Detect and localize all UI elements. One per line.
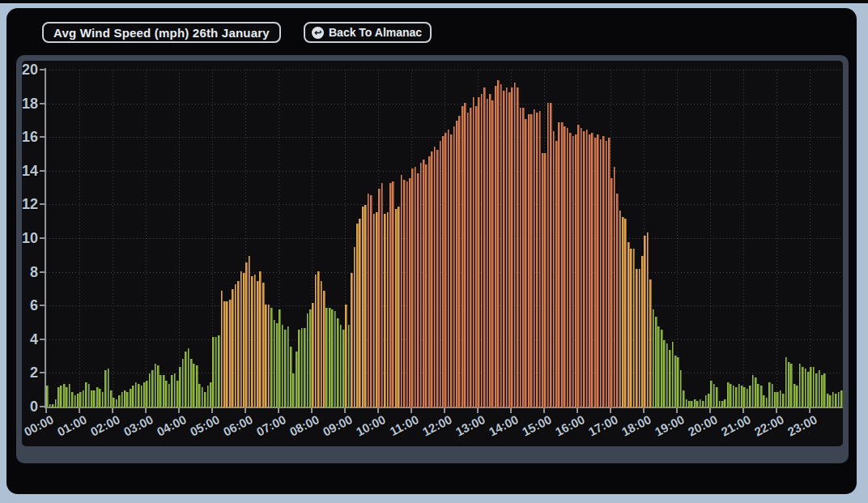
wind-speed-bar	[636, 269, 638, 407]
wind-speed-bar	[442, 136, 445, 407]
wind-speed-bar	[805, 369, 807, 407]
wind-speed-bar	[738, 384, 741, 407]
wind-speed-bar	[790, 364, 793, 407]
wind-speed-bar	[334, 311, 337, 407]
wind-speed-bar	[741, 386, 743, 407]
wind-speed-bar	[760, 386, 763, 407]
wind-speed-bar	[171, 375, 173, 407]
x-axis-label: 05:00	[181, 412, 221, 442]
wind-speed-bar	[467, 113, 470, 407]
wind-speed-bar	[694, 399, 696, 407]
wind-speed-bar	[185, 352, 187, 407]
wind-speed-bar	[321, 281, 323, 407]
wind-speed-bar	[606, 141, 608, 407]
wind-speed-bar	[440, 141, 442, 407]
wind-speed-bar	[235, 284, 237, 407]
gridline-vertical	[743, 70, 744, 407]
wind-speed-bar	[608, 138, 611, 407]
wind-speed-bar	[406, 181, 409, 407]
x-axis-label: 22:00	[745, 412, 785, 442]
wind-speed-bar	[46, 386, 49, 407]
wind-speed-bar	[52, 404, 54, 407]
x-axis-label: 08:00	[280, 412, 321, 442]
wind-speed-bar	[577, 125, 580, 407]
wind-speed-bar	[420, 163, 423, 407]
wind-speed-bar	[674, 356, 677, 407]
wind-speed-bar	[683, 390, 685, 407]
chart-panel: 0246810121416182000:0001:0002:0003:0004:…	[16, 55, 849, 463]
wind-speed-bar	[691, 401, 693, 407]
wind-speed-bar	[688, 401, 691, 407]
wind-speed-bar	[356, 224, 359, 407]
wind-speed-bar	[113, 398, 115, 407]
wind-speed-bar	[558, 122, 560, 407]
gridline-vertical	[810, 70, 811, 407]
wind-speed-bar	[174, 373, 177, 407]
wind-speed-bar	[188, 348, 190, 407]
wind-speed-bar	[376, 212, 378, 407]
wind-speed-bar	[157, 365, 160, 407]
wind-speed-bar	[282, 325, 284, 407]
wind-speed-bar	[398, 207, 400, 407]
wind-speed-bar	[819, 370, 821, 407]
wind-speed-bar	[254, 275, 257, 407]
wind-speed-bar	[93, 390, 96, 407]
wind-speed-bar	[204, 392, 206, 407]
wind-speed-bar	[207, 386, 210, 407]
wind-speed-bar	[229, 300, 232, 407]
wind-speed-bar	[121, 392, 124, 407]
header: Avg Wind Speed (mph) 26th January ↩ Back…	[6, 8, 857, 58]
main-container: Avg Wind Speed (mph) 26th January ↩ Back…	[6, 8, 857, 494]
wind-speed-bar	[210, 382, 212, 407]
wind-speed-bar	[696, 401, 699, 407]
wind-speed-bar	[547, 103, 550, 407]
wind-speed-bar	[686, 399, 688, 407]
wind-speed-bar	[436, 150, 439, 407]
wind-speed-bar	[473, 97, 475, 407]
wind-speed-bar	[218, 335, 220, 407]
wind-speed-bar	[317, 271, 320, 407]
wind-speed-bar	[96, 387, 99, 407]
wind-speed-bar	[553, 131, 555, 407]
wind-speed-bar	[259, 271, 262, 407]
wind-speed-bar	[680, 370, 683, 407]
wind-speed-bar	[373, 214, 376, 407]
wind-speed-bar	[428, 156, 431, 407]
wind-speed-bar	[647, 232, 649, 407]
wind-speed-bar	[755, 377, 757, 407]
y-axis-label: 2	[22, 364, 38, 382]
wind-speed-bar	[724, 399, 726, 407]
wind-speed-bar	[491, 100, 494, 407]
x-axis-label: 03:00	[114, 412, 155, 442]
wind-speed-bar	[594, 138, 597, 407]
y-axis-label: 16	[22, 129, 38, 146]
wind-speed-bar	[179, 367, 181, 407]
wind-speed-bar	[749, 386, 751, 407]
wind-speed-bar	[721, 401, 724, 407]
x-axis-label: 19:00	[645, 412, 686, 442]
wind-speed-bar	[600, 139, 602, 407]
wind-speed-bar	[304, 328, 306, 407]
wind-speed-bar	[245, 262, 248, 407]
back-to-almanac-button[interactable]: ↩ Back To Almanac	[304, 22, 432, 43]
wind-speed-bar	[757, 384, 760, 407]
y-axis-label: 18	[22, 96, 38, 113]
x-axis-label: 11:00	[380, 412, 420, 442]
y-axis-label: 8	[22, 264, 38, 281]
wind-speed-bar	[57, 387, 60, 407]
wind-speed-bar	[669, 350, 671, 407]
back-arrow-icon: ↩	[312, 27, 324, 39]
wind-speed-bar	[196, 365, 198, 407]
wind-speed-bar	[815, 373, 818, 407]
wind-speed-bar	[55, 399, 57, 407]
wind-speed-bar	[348, 325, 351, 407]
wind-speed-bar	[215, 337, 218, 407]
wind-speed-bar	[530, 114, 533, 407]
wind-speed-bar	[799, 364, 802, 407]
wind-speed-bar	[307, 313, 309, 407]
wind-speed-bar	[657, 326, 660, 407]
wind-speed-bar	[655, 317, 657, 407]
wind-speed-bar	[401, 175, 403, 407]
wind-speed-bar	[716, 387, 718, 407]
wind-speed-bar	[780, 390, 782, 407]
